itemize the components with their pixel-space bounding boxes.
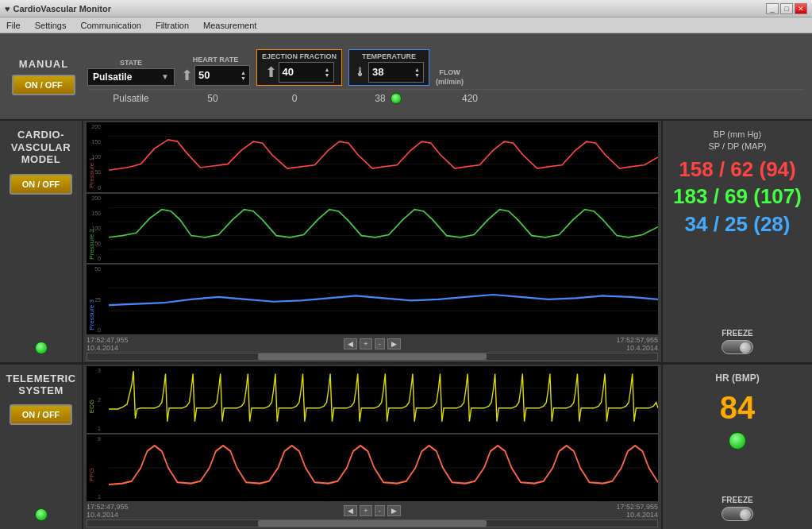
status-ef: 0 <box>251 93 338 104</box>
chart-nav-left[interactable]: ◀ <box>344 338 357 349</box>
telem-zoom-in[interactable]: + <box>360 505 371 516</box>
app-title: CardioVascular Monitor <box>13 4 111 14</box>
cardio-freeze-button[interactable] <box>722 340 753 354</box>
freeze-knob <box>740 342 751 353</box>
temperature-spinner[interactable]: ▲ ▼ <box>414 67 420 78</box>
ejection-spinner[interactable]: ▲ ▼ <box>325 67 330 78</box>
telem-nav-left[interactable]: ◀ <box>344 505 357 516</box>
state-value: Pulsatile <box>93 71 132 83</box>
bp-value-1: 158 / 62 (94) <box>679 158 795 181</box>
cardio-chart-area: 200 150 100 50 0 Pressure 1 <box>83 121 661 362</box>
temperature-value: 38 <box>372 66 383 78</box>
chart-zoom-in[interactable]: + <box>360 338 371 349</box>
chart-scrollbar[interactable] <box>87 353 658 361</box>
cardio-freeze-area: FREEZE <box>722 329 753 354</box>
chart-right-time: 17:52:57,955 10.4.2014 <box>616 336 658 352</box>
telem-scrollbar-thumb[interactable] <box>258 520 486 527</box>
bp-label-1: BP (mm Hg) <box>709 129 767 141</box>
chart-date-right-val: 10.4.2014 <box>626 344 658 352</box>
status-flow: 420 <box>438 93 502 104</box>
manual-onoff-button[interactable]: ON / OFF <box>12 75 75 95</box>
bp-label-2: SP / DP (MAP) <box>709 141 767 153</box>
temp-spin-down[interactable]: ▼ <box>414 72 420 78</box>
hr-spin-down[interactable]: ▼ <box>241 75 246 81</box>
telem-label-2: SYSTEM <box>6 384 75 396</box>
ecg-label: ECG <box>88 400 95 413</box>
cardio-label-3: MODEL <box>11 153 71 166</box>
bp-label: BP (mm Hg) SP / DP (MAP) <box>709 129 767 153</box>
flow-unit: (ml/min) <box>436 78 464 86</box>
heart-rate-spinner[interactable]: ▲ ▼ <box>241 70 246 81</box>
state-dropdown-arrow[interactable]: ▼ <box>161 72 169 81</box>
ecg-tick-1: 1 <box>87 426 102 431</box>
bp-value-3: 34 / 25 (28) <box>685 213 791 236</box>
p2-tick-150: 150 <box>87 210 102 216</box>
menu-settings[interactable]: Settings <box>32 19 70 32</box>
bp-value-2: 183 / 69 (107) <box>673 185 802 208</box>
ppg-svg <box>109 434 658 501</box>
telem-date-right-val: 10.4.2014 <box>626 511 658 519</box>
heart-rate-input[interactable]: 50 ▲ ▼ <box>194 65 250 86</box>
hr-spin-up[interactable]: ▲ <box>241 70 246 75</box>
chart-nav-controls: ◀ + - ▶ <box>132 338 614 349</box>
pressure3-svg <box>109 264 658 334</box>
p1-tick-200: 200 <box>87 124 102 129</box>
menu-communication[interactable]: Communication <box>77 19 144 32</box>
chart-time-left-val: 17:52:47,955 <box>87 336 129 344</box>
chart-nav-right[interactable]: ▶ <box>387 338 401 349</box>
ef-icon: ⬆ <box>265 64 277 81</box>
status-hr: 50 <box>181 93 244 104</box>
state-input[interactable]: Pulsatile ▼ <box>87 68 175 86</box>
cardio-onoff-button[interactable]: ON / OFF <box>10 174 73 195</box>
maximize-button[interactable]: □ <box>780 3 793 14</box>
cardio-status-indicator <box>35 342 48 354</box>
temperature-input[interactable]: 38 ▲ ▼ <box>368 62 424 83</box>
telem-right-time: 17:52:57,955 10.4.2014 <box>616 503 658 519</box>
temp-spin-up[interactable]: ▲ <box>414 67 420 72</box>
status-temp-row: 38 <box>344 93 432 104</box>
telem-onoff-button[interactable]: ON / OFF <box>10 404 73 425</box>
chart-zoom-out[interactable]: - <box>375 338 385 349</box>
telem-zoom-out[interactable]: - <box>375 505 385 516</box>
status-temp: 38 <box>375 93 385 104</box>
cardio-label-2: VASCULAR <box>11 141 71 154</box>
cardio-right-panel: BP (mm Hg) SP / DP (MAP) 158 / 62 (94) 1… <box>661 121 812 362</box>
title-bar-text: ♥ CardioVascular Monitor <box>5 4 111 14</box>
telem-left-panel: TELEMETRIC SYSTEM ON / OFF <box>0 365 83 529</box>
pressure1-label: Pressure 1 <box>88 157 95 188</box>
scrollbar-thumb[interactable] <box>258 353 486 360</box>
ef-spin-down[interactable]: ▼ <box>325 72 330 78</box>
p2-tick-200: 200 <box>87 195 102 201</box>
heart-rate-control: HEART RATE ⬆ 50 ▲ ▼ <box>181 56 250 86</box>
telem-freeze-button[interactable] <box>722 507 753 521</box>
flow-label: FLOW <box>439 68 460 76</box>
cardio-label-1: CARDIO- <box>11 129 71 141</box>
title-bar: ♥ CardioVascular Monitor _ □ ✕ <box>0 0 812 17</box>
close-button[interactable]: ✕ <box>795 3 807 14</box>
panel-controls: STATE Pulsatile ▼ HEART RATE ⬆ 50 ▲ <box>87 49 804 104</box>
telem-freeze-label: FREEZE <box>722 496 752 504</box>
ef-spin-up[interactable]: ▲ <box>325 67 330 72</box>
ejection-input[interactable]: 40 ▲ ▼ <box>279 62 334 83</box>
telem-time-right-val: 17:52:57,955 <box>616 503 658 511</box>
temperature-label: TEMPERATURE <box>362 52 416 60</box>
ejection-control: EJECTION FRACTION ⬆ 40 ▲ ▼ <box>256 49 342 86</box>
chart-time-right-val: 17:52:57,955 <box>616 336 658 344</box>
minimize-button[interactable]: _ <box>766 3 779 14</box>
menu-filtration[interactable]: Filtration <box>152 19 192 32</box>
pressure1-svg <box>109 122 658 192</box>
heart-rate-label: HEART RATE <box>193 56 238 64</box>
telem-chart-area: 3 2 1 ECG 9 1 <box>83 365 661 529</box>
telem-nav-right[interactable]: ▶ <box>387 505 401 516</box>
menu-measurement[interactable]: Measurement <box>200 19 260 32</box>
telem-label-1: TELEMETRIC <box>6 373 75 384</box>
status-row: Pulsatile 50 0 38 420 <box>87 89 804 104</box>
telem-nav-controls: ◀ + - ▶ <box>132 505 614 516</box>
hr-value: 84 <box>720 390 756 426</box>
ecg-plot: 3 2 1 ECG <box>87 366 658 433</box>
hr-status-indicator <box>729 432 746 450</box>
cardio-model-label: CARDIO- VASCULAR MODEL <box>11 129 71 166</box>
menu-file[interactable]: File <box>3 19 24 32</box>
main-content: MANUAL ON / OFF STATE Pulsatile ▼ HEART … <box>0 33 812 529</box>
telem-scrollbar[interactable] <box>87 519 658 527</box>
